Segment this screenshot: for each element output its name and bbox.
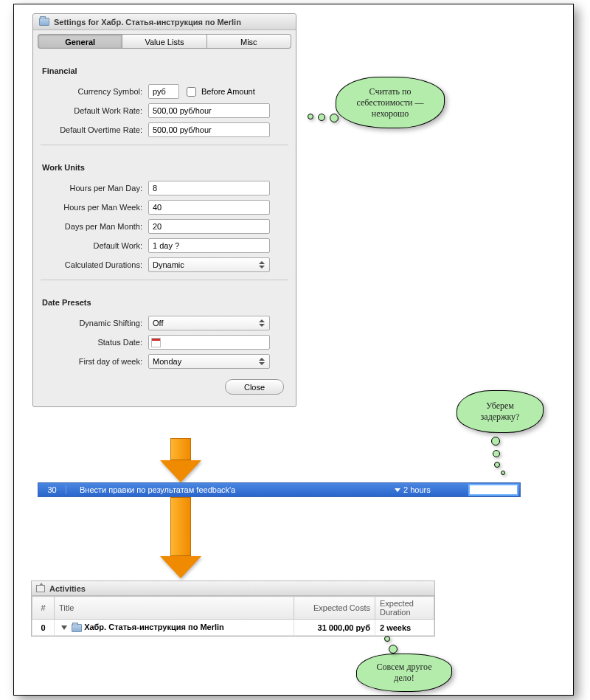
arrow-1 <box>160 438 201 482</box>
currency-symbol-input[interactable] <box>148 84 179 99</box>
col-expected-costs[interactable]: Expected Costs <box>294 597 375 620</box>
arrow-2 <box>160 497 201 578</box>
days-per-man-month-input[interactable] <box>148 219 270 234</box>
activities-header: Activities <box>32 581 434 596</box>
callout-2: Уберем задержку? <box>457 390 544 433</box>
col-expected-duration[interactable]: Expected Duration <box>375 597 434 620</box>
default-work-rate-input[interactable] <box>148 103 270 118</box>
activities-table: # Title Expected Costs Expected Duration… <box>32 596 434 636</box>
window-title: Settings for Хабр. Статья-инструкция по … <box>54 14 241 30</box>
task-duration: 2 hours <box>395 485 468 494</box>
tab-bar: General Value Lists Misc <box>38 34 291 49</box>
default-work-rate-label: Default Work Rate: <box>38 106 148 115</box>
folder-icon <box>72 624 82 632</box>
disclosure-triangle-icon[interactable] <box>61 626 67 630</box>
hours-per-man-week-label: Hours per Man Week: <box>38 203 148 212</box>
default-overtime-rate-input[interactable] <box>148 122 270 137</box>
cell-title: Хабр. Статья-инструкция по Merlin <box>55 620 294 636</box>
calc-durations-label: Calculated Durations: <box>38 260 148 269</box>
activities-title: Activities <box>49 581 86 596</box>
cell-duration: 2 weeks <box>375 620 434 636</box>
activities-panel: Activities # Title Expected Costs Expect… <box>31 581 435 637</box>
task-number: 30 <box>38 485 66 494</box>
before-amount-checkbox[interactable] <box>187 87 196 97</box>
cell-num: 0 <box>32 620 55 636</box>
close-button[interactable]: Close <box>225 379 284 395</box>
section-financial: Financial <box>38 56 291 80</box>
first-day-select[interactable]: Monday <box>148 354 270 369</box>
first-day-label: First day of week: <box>38 357 148 366</box>
hours-per-man-week-input[interactable] <box>148 200 270 215</box>
callout-3: Совсем другое дело! <box>356 654 452 692</box>
settings-window: Settings for Хабр. Статья-инструкция по … <box>32 13 296 407</box>
folder-icon <box>39 18 49 26</box>
window-titlebar: Settings for Хабр. Статья-инструкция по … <box>33 14 296 30</box>
before-amount-label: Before Amount <box>201 87 255 96</box>
col-num[interactable]: # <box>32 597 55 620</box>
col-title[interactable]: Title <box>55 597 294 620</box>
activities-icon <box>36 585 45 592</box>
section-date-presets: Date Presets <box>38 288 291 311</box>
cell-costs: 31 000,00 руб <box>294 620 375 636</box>
callout-1: Считать по себестоимости — нехорошо <box>336 77 445 128</box>
table-row[interactable]: 0 Хабр. Статья-инструкция по Merlin 31 0… <box>32 620 434 636</box>
default-overtime-rate-label: Default Overtime Rate: <box>38 125 148 134</box>
dropdown-triangle-icon <box>395 488 400 492</box>
hours-per-man-day-input[interactable] <box>148 181 270 195</box>
callout-3-text: Совсем другое дело! <box>367 662 441 684</box>
section-work-units: Work Units <box>38 153 291 176</box>
callout-2-text: Уберем задержку? <box>468 401 532 423</box>
tab-general[interactable]: General <box>38 34 122 49</box>
status-date-label: Status Date: <box>38 338 148 347</box>
tab-misc[interactable]: Misc <box>207 34 291 49</box>
tab-value-lists[interactable]: Value Lists <box>122 34 206 49</box>
callout-1-text: Считать по себестоимости — нехорошо <box>347 86 434 119</box>
calendar-icon <box>151 338 161 347</box>
dynamic-shifting-label: Dynamic Shifting: <box>38 319 148 328</box>
status-date-input[interactable] <box>148 335 270 350</box>
hours-per-man-day-label: Hours per Man Day: <box>38 184 148 193</box>
days-per-man-month-label: Days per Man Month: <box>38 222 148 231</box>
calc-durations-select[interactable]: Dynamic <box>148 257 270 272</box>
currency-symbol-label: Currency Symbol: <box>38 87 148 96</box>
task-row[interactable]: 30 Внести правки по результатам feedback… <box>38 482 521 497</box>
default-work-input[interactable] <box>148 238 270 253</box>
default-work-label: Default Work: <box>38 241 148 250</box>
task-inline-input[interactable] <box>468 484 518 496</box>
dynamic-shifting-select[interactable]: Off <box>148 316 270 330</box>
task-title: Внести правки по результатам feedback'а <box>66 485 395 494</box>
